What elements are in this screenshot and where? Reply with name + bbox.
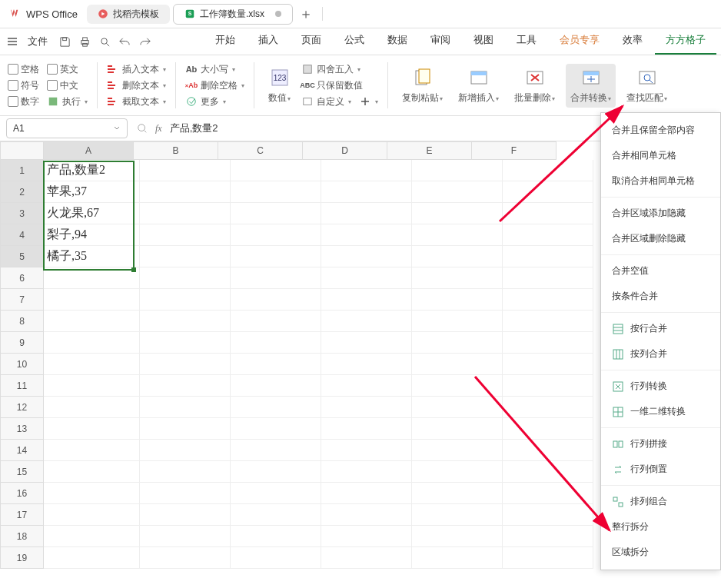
cell-E12[interactable] [412,397,503,418]
cell-A10[interactable] [44,354,140,375]
cell-E6[interactable] [412,267,503,289]
cell-C7[interactable] [231,289,321,311]
cell-E17[interactable] [412,504,503,526]
cell-A19[interactable] [44,547,140,569]
cell-A6[interactable] [44,267,140,289]
cell-A1[interactable]: 产品,数量2 [44,160,140,181]
btn-keep-value[interactable]: ABC只保留数值 [301,79,378,92]
cell-F11[interactable] [503,375,593,397]
col-header-F[interactable]: F [472,141,557,160]
dd-permutation[interactable]: 排列组合 [601,489,720,514]
btn-batch-delete[interactable]: 批量删除▾ [510,64,560,108]
cell-D8[interactable] [321,311,412,332]
cell-F18[interactable] [503,526,593,547]
cell-B5[interactable] [140,246,231,267]
cell-F5[interactable] [503,246,593,267]
cell-C4[interactable] [231,224,321,246]
new-tab-button[interactable]: ＋ [296,4,316,24]
chk-english[interactable]: 英文 [47,63,78,76]
btn-case[interactable]: Ab大小写▾ [185,63,244,76]
cell-E14[interactable] [412,440,503,461]
cell-E3[interactable] [412,203,503,224]
row-header[interactable]: 9 [0,332,44,354]
formula-content[interactable]: 产品,数量2 [170,121,218,135]
row-header[interactable]: 11 [0,375,44,397]
row-header[interactable]: 2 [0,181,44,203]
btn-find-match[interactable]: 查找匹配▾ [622,64,672,108]
cell-F19[interactable] [503,547,593,569]
cell-C14[interactable] [231,440,321,461]
menu-tab-efficiency[interactable]: 效率 [612,28,653,55]
cell-B8[interactable] [140,311,231,332]
btn-cut-text[interactable]: 截取文本▾ [107,95,166,108]
cell-C2[interactable] [231,181,321,203]
chk-number[interactable]: 数字 [8,95,39,108]
cell-D16[interactable] [321,483,412,504]
hamburger-icon[interactable] [5,34,20,49]
row-header[interactable]: 14 [0,440,44,461]
cell-F12[interactable] [503,397,593,418]
cell-C12[interactable] [231,397,321,418]
cell-D2[interactable] [321,181,412,203]
cell-B3[interactable] [140,203,231,224]
cell-B7[interactable] [140,289,231,311]
cell-C18[interactable] [231,526,321,547]
cell-D12[interactable] [321,397,412,418]
cell-B16[interactable] [140,483,231,504]
cell-A13[interactable] [44,418,140,440]
tab-template[interactable]: 找稻壳模板 [87,5,170,24]
cell-E7[interactable] [412,289,503,311]
cell-C1[interactable] [231,160,321,181]
dd-split-row[interactable]: 整行拆分 [601,514,720,540]
qat-save-icon[interactable] [55,32,74,51]
dd-split-area[interactable]: 区域拆分 [601,540,720,565]
cell-E1[interactable] [412,160,503,181]
cell-D10[interactable] [321,354,412,375]
row-header[interactable]: 19 [0,547,44,569]
row-header[interactable]: 16 [0,483,44,504]
dd-merge-by-col[interactable]: 按列合并 [601,341,720,367]
dd-merge-empty[interactable]: 合并空值 [601,258,720,284]
cell-F15[interactable] [503,461,593,483]
menu-tab-view[interactable]: 视图 [463,28,504,55]
btn-round[interactable]: 四舍五入▾ [301,63,378,76]
menu-tab-insert[interactable]: 插入 [248,28,289,55]
cell-B9[interactable] [140,332,231,354]
row-header[interactable]: 1 [0,160,44,181]
cell-B14[interactable] [140,440,231,461]
cell-E11[interactable] [412,375,503,397]
cell-E5[interactable] [412,246,503,267]
cell-F2[interactable] [503,181,593,203]
cell-A14[interactable] [44,440,140,461]
cell-B4[interactable] [140,224,231,246]
row-header[interactable]: 18 [0,526,44,547]
row-header[interactable]: 17 [0,504,44,526]
btn-insert-new[interactable]: 新增插入▾ [454,64,503,108]
cell-F17[interactable] [503,504,593,526]
cell-F3[interactable] [503,203,593,224]
cell-D5[interactable] [321,246,412,267]
file-menu[interactable]: 文件 [22,32,54,51]
cell-C9[interactable] [231,332,321,354]
fx-icon[interactable]: fx [155,123,162,135]
cell-A9[interactable] [44,332,140,354]
cell-B1[interactable] [140,160,231,181]
col-header-B[interactable]: B [134,141,218,160]
cell-A18[interactable] [44,526,140,547]
cell-F9[interactable] [503,332,593,354]
cell-C17[interactable] [231,504,321,526]
row-header[interactable]: 6 [0,267,44,289]
cell-D15[interactable] [321,461,412,483]
cell-E10[interactable] [412,354,503,375]
cell-A16[interactable] [44,483,140,504]
row-header[interactable]: 12 [0,397,44,418]
cell-F10[interactable] [503,354,593,375]
cell-B11[interactable] [140,375,231,397]
namebox[interactable]: A1 [6,118,128,138]
btn-del-space[interactable]: ×Ab删除空格▾ [185,79,244,92]
menu-tab-tools[interactable]: 工具 [506,28,547,55]
cell-C11[interactable] [231,375,321,397]
cell-A8[interactable] [44,311,140,332]
cell-A2[interactable]: 苹果,37 [44,181,140,203]
cell-E18[interactable] [412,526,503,547]
